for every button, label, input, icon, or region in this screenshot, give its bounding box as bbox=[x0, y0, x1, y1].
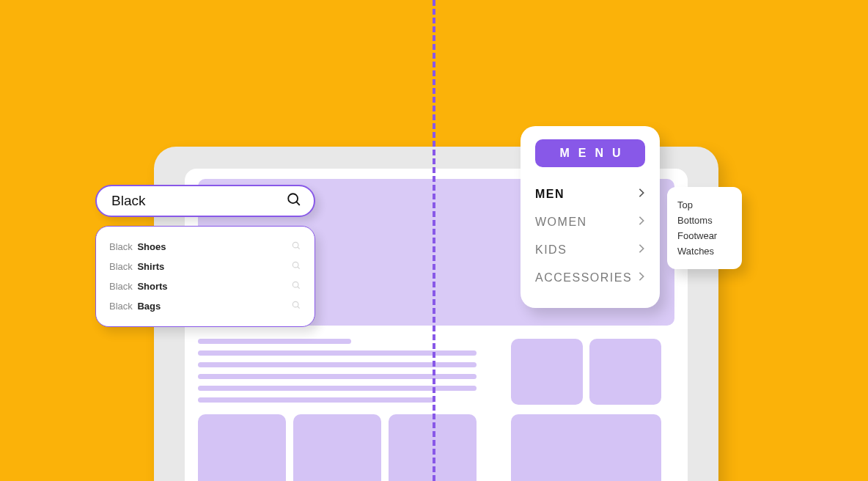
menu-item-women[interactable]: WOMEN bbox=[535, 208, 645, 232]
product-card-placeholder bbox=[589, 339, 661, 405]
product-card-placeholder bbox=[511, 414, 661, 481]
suggestion-item[interactable]: Black Bags bbox=[109, 296, 301, 316]
svg-line-3 bbox=[298, 247, 300, 249]
svg-line-1 bbox=[296, 202, 300, 205]
submenu-flyout: Top Bottoms Footwear Watches bbox=[667, 187, 742, 269]
product-card-placeholder bbox=[293, 414, 381, 481]
chevron-right-icon bbox=[638, 216, 645, 229]
submenu-item[interactable]: Watches bbox=[677, 243, 732, 259]
search-icon bbox=[291, 260, 301, 273]
suggestion-item[interactable]: Black Shorts bbox=[109, 276, 301, 296]
search-suggestions: Black Shoes Black Shirts Black Shorts Bl… bbox=[95, 226, 315, 327]
category-menu: MENU MEN WOMEN KIDS ACCESSORIES bbox=[521, 126, 660, 308]
svg-line-9 bbox=[298, 306, 300, 309]
svg-line-5 bbox=[298, 267, 300, 269]
search-input[interactable]: Black bbox=[95, 185, 315, 217]
search-icon bbox=[286, 191, 302, 210]
menu-title: MENU bbox=[535, 139, 645, 167]
submenu-item[interactable]: Footwear bbox=[677, 228, 732, 243]
search-icon bbox=[291, 240, 301, 253]
search-icon bbox=[291, 280, 301, 293]
product-card-placeholder bbox=[511, 339, 583, 405]
chevron-right-icon bbox=[638, 271, 645, 284]
suggestion-item[interactable]: Black Shoes bbox=[109, 237, 301, 257]
search-query-text: Black bbox=[111, 193, 286, 209]
menu-item-men[interactable]: MEN bbox=[535, 180, 645, 204]
product-card-placeholder bbox=[198, 414, 286, 481]
chevron-right-icon bbox=[638, 188, 645, 201]
menu-item-kids[interactable]: KIDS bbox=[535, 236, 645, 260]
search-icon bbox=[291, 300, 301, 312]
submenu-item[interactable]: Bottoms bbox=[677, 213, 732, 228]
submenu-item[interactable]: Top bbox=[677, 197, 732, 213]
svg-point-0 bbox=[288, 194, 298, 203]
comparison-divider bbox=[433, 0, 435, 481]
chevron-right-icon bbox=[638, 243, 645, 257]
suggestion-item[interactable]: Black Shirts bbox=[109, 257, 301, 276]
svg-line-7 bbox=[298, 287, 300, 289]
menu-item-accessories[interactable]: ACCESSORIES bbox=[535, 264, 645, 287]
